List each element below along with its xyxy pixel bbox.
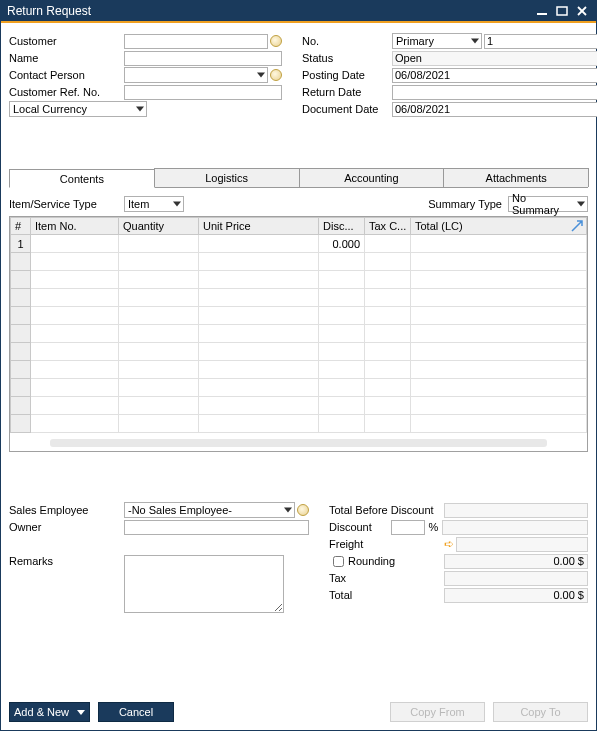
col-taxc[interactable]: Tax C... xyxy=(365,218,411,235)
summary-type-label: Summary Type xyxy=(428,198,502,210)
document-date-input[interactable] xyxy=(392,102,597,117)
return-date-input[interactable] xyxy=(392,85,597,100)
copy-from-button[interactable]: Copy From xyxy=(390,702,485,722)
remarks-label: Remarks xyxy=(9,555,124,613)
rounding-checkbox[interactable] xyxy=(333,556,344,567)
discount-value xyxy=(442,520,588,535)
maximize-icon[interactable] xyxy=(554,4,570,18)
name-label: Name xyxy=(9,52,124,64)
total-label: Total xyxy=(329,589,444,601)
contact-select[interactable] xyxy=(124,67,268,83)
rounding-label-row: Rounding xyxy=(329,553,444,570)
sales-employee-label: Sales Employee xyxy=(9,504,124,516)
discount-pct-input[interactable] xyxy=(391,520,425,535)
copy-to-button[interactable]: Copy To xyxy=(493,702,588,722)
no-label: No. xyxy=(302,35,392,47)
rounding-value: 0.00 $ xyxy=(444,554,588,569)
expand-grid-icon[interactable] xyxy=(571,220,583,232)
close-icon[interactable] xyxy=(574,4,590,18)
table-row[interactable] xyxy=(11,343,587,361)
total-value: 0.00 $ xyxy=(444,588,588,603)
table-row[interactable] xyxy=(11,307,587,325)
col-qty[interactable]: Quantity xyxy=(119,218,199,235)
header-right: No. Primary Status Open Posting Date Ret… xyxy=(302,33,597,118)
bottom-buttons: Add & New Cancel Copy From Copy To xyxy=(9,702,588,722)
tax-label: Tax xyxy=(329,572,444,584)
col-totallc[interactable]: Total (LC) xyxy=(411,218,587,235)
freight-value xyxy=(456,537,588,552)
docdate-label: Document Date xyxy=(302,103,392,115)
tax-value xyxy=(444,571,588,586)
item-service-label: Item/Service Type xyxy=(9,198,124,210)
refno-label: Customer Ref. No. xyxy=(9,86,124,98)
tab-contents[interactable]: Contents xyxy=(9,169,155,188)
contact-choose-icon[interactable] xyxy=(270,69,282,81)
tab-attachments[interactable]: Attachments xyxy=(443,168,589,187)
customer-choose-icon[interactable] xyxy=(270,35,282,47)
posting-date-input[interactable] xyxy=(392,68,597,83)
footer-area: Sales Employee -No Sales Employee- Owner… xyxy=(9,502,588,613)
contents-top: Item/Service Type Item Summary Type No S… xyxy=(9,196,588,212)
customer-label: Customer xyxy=(9,35,124,47)
item-service-select[interactable]: Item xyxy=(124,196,184,212)
table-row[interactable] xyxy=(11,397,587,415)
status-value: Open xyxy=(392,51,597,66)
header-left: Customer Name Contact Person xyxy=(9,33,282,118)
table-row[interactable] xyxy=(11,289,587,307)
freight-link-icon[interactable]: ➪ xyxy=(444,537,454,551)
col-disc[interactable]: Disc... xyxy=(319,218,365,235)
col-num[interactable]: # xyxy=(11,218,31,235)
titlebar: Return Request xyxy=(1,1,596,23)
tab-logistics[interactable]: Logistics xyxy=(154,168,300,187)
customer-input[interactable] xyxy=(124,34,268,49)
pct-symbol: % xyxy=(425,521,442,533)
col-itemno[interactable]: Item No. xyxy=(31,218,119,235)
currency-select[interactable]: Local Currency xyxy=(9,101,147,117)
footer-left: Sales Employee -No Sales Employee- Owner… xyxy=(9,502,309,613)
col-unitprice[interactable]: Unit Price xyxy=(199,218,319,235)
owner-input[interactable] xyxy=(124,520,309,535)
tabstrip: Contents Logistics Accounting Attachment… xyxy=(9,168,588,188)
table-row[interactable] xyxy=(11,415,587,433)
table-row[interactable] xyxy=(11,253,587,271)
contact-label: Contact Person xyxy=(9,69,124,81)
sales-employee-select[interactable]: -No Sales Employee- xyxy=(124,502,295,518)
add-new-button[interactable]: Add & New xyxy=(9,702,90,722)
window-title: Return Request xyxy=(7,4,530,18)
return-label: Return Date xyxy=(302,86,392,98)
freight-label: Freight xyxy=(329,538,444,550)
sales-employee-choose-icon[interactable] xyxy=(297,504,309,516)
status-label: Status xyxy=(302,52,392,64)
table-row[interactable] xyxy=(11,361,587,379)
svg-rect-1 xyxy=(557,7,567,15)
table-row[interactable] xyxy=(11,271,587,289)
remarks-textarea[interactable] xyxy=(124,555,284,613)
minimize-icon[interactable] xyxy=(534,4,550,18)
no-series-select[interactable]: Primary xyxy=(392,33,482,49)
posting-label: Posting Date xyxy=(302,69,392,81)
cancel-button[interactable]: Cancel xyxy=(98,702,174,722)
grid-horizontal-scrollbar[interactable] xyxy=(50,439,547,447)
return-request-window: Return Request Customer Name Co xyxy=(0,0,597,731)
table-row[interactable]: 10.000 xyxy=(11,235,587,253)
table-row[interactable] xyxy=(11,379,587,397)
rounding-label: Rounding xyxy=(348,555,395,567)
tbd-value xyxy=(444,503,588,518)
owner-label: Owner xyxy=(9,521,124,533)
window-body: Customer Name Contact Person xyxy=(1,23,596,730)
tabs-area: Contents Logistics Accounting Attachment… xyxy=(9,168,588,452)
header-area: Customer Name Contact Person xyxy=(9,33,588,118)
table-row[interactable] xyxy=(11,325,587,343)
no-input[interactable] xyxy=(484,34,597,49)
line-items-grid[interactable]: # Item No. Quantity Unit Price Disc... T… xyxy=(9,216,588,452)
totals-area: Total Before Discount Discount % Freight… xyxy=(329,502,588,613)
name-input[interactable] xyxy=(124,51,282,66)
discount-label: Discount xyxy=(329,521,391,533)
summary-type-select[interactable]: No Summary xyxy=(508,196,588,212)
tab-accounting[interactable]: Accounting xyxy=(299,168,445,187)
refno-input[interactable] xyxy=(124,85,282,100)
tbd-label: Total Before Discount xyxy=(329,504,444,516)
